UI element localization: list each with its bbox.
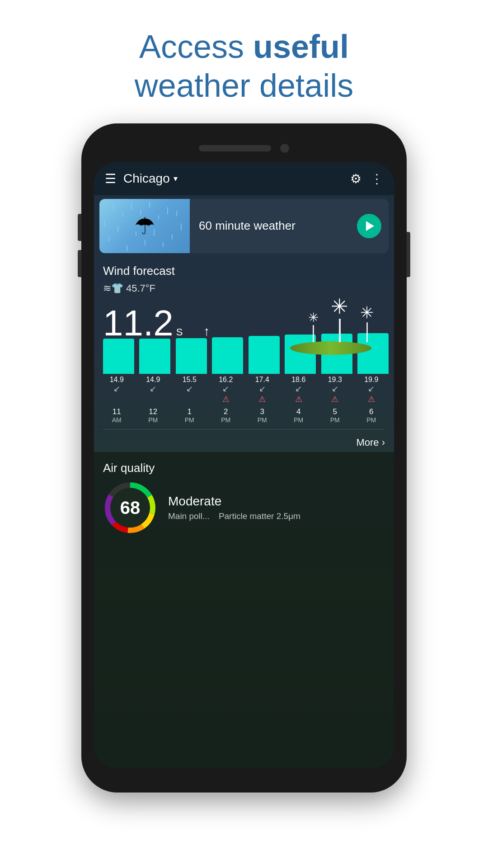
air-quality-section: Air quality [94, 452, 394, 768]
wind-bar [212, 337, 243, 374]
bar-time: 3 [260, 407, 264, 416]
volume-down-button[interactable] [78, 250, 81, 277]
phone-screen: ☰ Chicago ▾ ⚙ ⋮ [94, 162, 394, 768]
city-dropdown-icon[interactable]: ▾ [174, 174, 178, 184]
bar-time: 12 [149, 407, 157, 416]
speaker [199, 145, 271, 151]
turbine-base [290, 341, 371, 355]
air-quality-title: Air quality [103, 461, 385, 475]
bar-ampm: PM [366, 416, 376, 424]
bar-direction-arrow: ↙ [186, 384, 193, 394]
app-content: ☰ Chicago ▾ ⚙ ⋮ [94, 162, 394, 768]
play-button[interactable] [357, 214, 381, 238]
bar-ampm: PM [258, 416, 267, 424]
bar-label: 2PM [209, 407, 244, 424]
menu-icon[interactable]: ☰ [105, 171, 116, 186]
wind-direction-arrow-icon: ↑ [204, 324, 210, 339]
aq-detail-row: Main poll... Particle matter 2.5μm [168, 511, 385, 521]
bar-time: 1 [188, 407, 192, 416]
bar-direction-arrow: ↙ [259, 384, 266, 394]
bar-ampm: AM [112, 416, 122, 424]
top-bar: ☰ Chicago ▾ ⚙ ⋮ [94, 162, 394, 195]
aq-status: Moderate [168, 494, 385, 509]
power-button[interactable] [407, 232, 410, 277]
wind-direction: S [176, 326, 183, 338]
city-name: Chicago [123, 171, 170, 186]
bar-direction-arrow: ↙ [150, 384, 156, 394]
wind-turbines: ✳ ✳ ✳ [295, 301, 385, 355]
bar-value: 15.5 [183, 376, 197, 384]
volume-up-button[interactable] [78, 214, 81, 241]
wind-chill-row: ≋👕 45.7°F [103, 283, 385, 294]
bar-column: 17.4↙⚠ [245, 336, 280, 405]
bar-direction-arrow: ↙ [332, 384, 338, 394]
air-quality-content: 68 Moderate Main poll... Particle matter… [103, 481, 385, 535]
bar-direction-arrow: ↙ [222, 384, 229, 394]
turbine-blades-3: ✳ [360, 303, 374, 322]
wind-forecast-section: Wind forecast ≋👕 45.7°F [94, 257, 394, 301]
header-line2: weather details [135, 67, 353, 104]
bar-label: 4PM [282, 407, 316, 424]
bar-time: 4 [296, 407, 300, 416]
more-row: More › [94, 433, 394, 452]
warning-icon: ⚠ [258, 394, 266, 405]
wind-section-title: Wind forecast [103, 264, 385, 278]
bar-ampm: PM [294, 416, 303, 424]
bar-label: 11AM [99, 407, 134, 424]
more-button[interactable]: More › [356, 437, 385, 448]
wind-speed-number: 11.2 [103, 305, 174, 341]
header-bold: useful [253, 28, 349, 65]
bar-column: 14.9↙ [136, 339, 171, 404]
bar-label: 5PM [318, 407, 352, 424]
bar-column: 14.9↙ [99, 339, 134, 404]
warning-icon: ⚠ [368, 394, 375, 405]
more-icon[interactable]: ⋮ [371, 171, 383, 186]
weather-banner: ☂ 60 minute weather [99, 199, 389, 253]
turbine-blades-2: ✳ [331, 294, 348, 319]
wind-bar [176, 338, 207, 374]
phone-notch [94, 137, 394, 160]
banner-text: 60 minute weather [190, 219, 357, 233]
bar-ampm: PM [148, 416, 158, 424]
umbrella-icon: ☂ [134, 212, 155, 240]
warning-icon: ⚠ [331, 394, 338, 405]
bar-label: 6PM [354, 407, 389, 424]
header-line1: Access useful [139, 28, 349, 65]
aqi-value: 68 [120, 497, 141, 518]
bar-value: 17.4 [255, 376, 269, 384]
wind-bar [103, 339, 134, 373]
page-header: Access useful weather details [99, 0, 389, 123]
front-camera [280, 144, 289, 153]
wind-chill-value: 45.7°F [126, 283, 155, 294]
bar-direction-arrow: ↙ [368, 384, 375, 394]
bar-direction-arrow: ↙ [113, 384, 120, 394]
air-quality-info: Moderate Main poll... Particle matter 2.… [168, 494, 385, 521]
settings-icon[interactable]: ⚙ [350, 171, 361, 186]
bar-value: 19.9 [364, 376, 378, 384]
bar-value: 14.9 [146, 376, 160, 384]
warning-icon: ⚠ [295, 394, 302, 405]
section-divider [103, 429, 385, 429]
bar-time: 2 [224, 407, 228, 416]
phone-frame: ☰ Chicago ▾ ⚙ ⋮ [81, 123, 407, 793]
turbine-blades-1: ✳ [308, 310, 319, 325]
bar-time: 11 [113, 407, 121, 416]
wind-chill-icon: ≋👕 [103, 283, 123, 294]
main-pollutant-label: Main poll... [168, 511, 210, 521]
particle-matter-label: Particle matter 2.5μm [219, 511, 300, 521]
bar-column: 15.5↙ [172, 338, 207, 405]
warning-icon: ⚠ [222, 394, 230, 405]
chart-bars: 14.9↙14.9↙15.5↙16.2↙⚠17.4↙⚠18.6↙⚠19.3↙⚠1… [99, 359, 389, 405]
bar-time: 5 [333, 407, 337, 416]
bar-ampm: PM [330, 416, 340, 424]
bar-direction-arrow: ↙ [295, 384, 302, 394]
bar-time: 6 [369, 407, 373, 416]
aqi-circle: 68 [103, 481, 157, 535]
wind-bar [139, 339, 170, 373]
wind-bar [249, 336, 280, 374]
bar-label: 1PM [172, 407, 207, 424]
bar-value: 19.3 [328, 376, 342, 384]
bar-ampm: PM [185, 416, 194, 424]
bar-value: 18.6 [291, 376, 305, 384]
bar-value: 16.2 [219, 376, 233, 384]
